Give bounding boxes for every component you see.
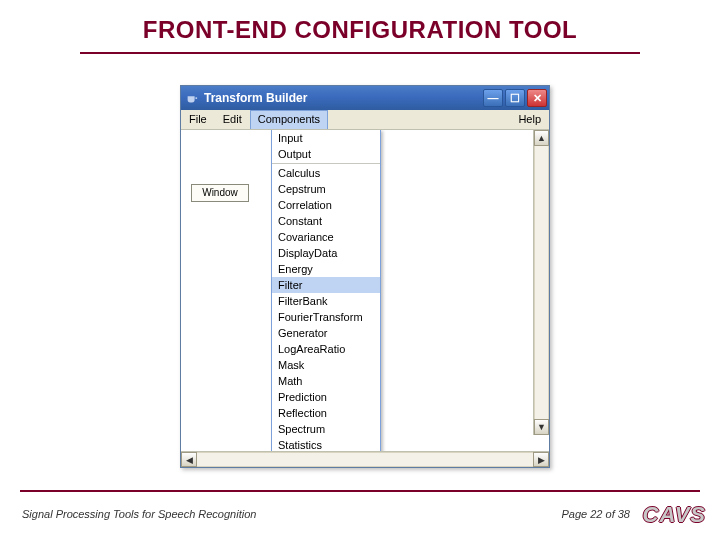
dropdown-item-statistics[interactable]: Statistics <box>272 437 380 451</box>
canvas-node-window[interactable]: Window <box>191 184 249 202</box>
dropdown-item-calculus[interactable]: Calculus <box>272 165 380 181</box>
window-title: Transform Builder <box>204 91 483 105</box>
dropdown-item-prediction[interactable]: Prediction <box>272 389 380 405</box>
dropdown-item-displaydata[interactable]: DisplayData <box>272 245 380 261</box>
dropdown-item-fouriertransform[interactable]: FourierTransform <box>272 309 380 325</box>
scroll-up-arrow-icon[interactable]: ▲ <box>534 130 549 146</box>
vertical-scrollbar[interactable]: ▲ ▼ <box>533 130 549 435</box>
dropdown-item-filter[interactable]: Filter <box>272 277 380 293</box>
app-window: Transform Builder — ☐ ✕ File Edit Compon… <box>180 85 550 468</box>
java-cup-icon <box>185 91 199 105</box>
maximize-button[interactable]: ☐ <box>505 89 525 107</box>
dropdown-separator <box>272 163 380 164</box>
menubar-spacer <box>328 110 510 129</box>
minimize-button[interactable]: — <box>483 89 503 107</box>
footer-rule <box>20 490 700 492</box>
vscroll-track[interactable] <box>534 146 549 419</box>
menu-file[interactable]: File <box>181 110 215 129</box>
canvas-area[interactable]: Window InputOutputCalculusCepstrumCorrel… <box>181 130 549 451</box>
hscroll-track[interactable] <box>197 452 533 467</box>
title-underline <box>80 52 640 54</box>
footer-left-text: Signal Processing Tools for Speech Recog… <box>22 508 256 520</box>
cavs-logo: CAVS <box>643 502 707 528</box>
dropdown-item-cepstrum[interactable]: Cepstrum <box>272 181 380 197</box>
slide-title: FRONT-END CONFIGURATION TOOL <box>0 16 720 44</box>
menu-components[interactable]: Components <box>250 110 328 129</box>
dropdown-item-input[interactable]: Input <box>272 130 380 146</box>
menu-help[interactable]: Help <box>510 110 549 129</box>
dropdown-item-math[interactable]: Math <box>272 373 380 389</box>
dropdown-item-correlation[interactable]: Correlation <box>272 197 380 213</box>
dropdown-item-output[interactable]: Output <box>272 146 380 162</box>
horizontal-scrollbar[interactable]: ◀ ▶ <box>181 451 549 467</box>
dropdown-item-covariance[interactable]: Covariance <box>272 229 380 245</box>
dropdown-item-reflection[interactable]: Reflection <box>272 405 380 421</box>
dropdown-item-mask[interactable]: Mask <box>272 357 380 373</box>
dropdown-item-constant[interactable]: Constant <box>272 213 380 229</box>
menubar: File Edit Components Help <box>181 110 549 130</box>
page-number: Page 22 of 38 <box>561 508 630 520</box>
window-titlebar[interactable]: Transform Builder — ☐ ✕ <box>181 86 549 110</box>
menu-edit[interactable]: Edit <box>215 110 250 129</box>
dropdown-item-logarearatio[interactable]: LogAreaRatio <box>272 341 380 357</box>
dropdown-item-spectrum[interactable]: Spectrum <box>272 421 380 437</box>
scroll-right-arrow-icon[interactable]: ▶ <box>533 452 549 467</box>
components-dropdown: InputOutputCalculusCepstrumCorrelationCo… <box>271 130 381 451</box>
dropdown-item-generator[interactable]: Generator <box>272 325 380 341</box>
scroll-down-arrow-icon[interactable]: ▼ <box>534 419 549 435</box>
dropdown-item-filterbank[interactable]: FilterBank <box>272 293 380 309</box>
dropdown-item-energy[interactable]: Energy <box>272 261 380 277</box>
scroll-left-arrow-icon[interactable]: ◀ <box>181 452 197 467</box>
close-button[interactable]: ✕ <box>527 89 547 107</box>
